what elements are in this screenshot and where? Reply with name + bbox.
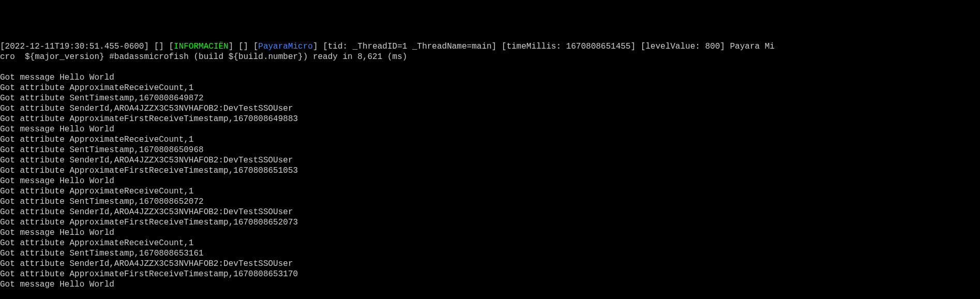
log-output-lines: Got message Hello World Got attribute Ap…: [0, 62, 980, 290]
terminal-output: [2022-12-11T19:30:51.455-0600] [] [INFOR…: [0, 41, 980, 290]
log-message-part2: cro ${major_version} #badassmicrofish (b…: [0, 52, 407, 62]
log-level: INFORMACIËN: [174, 42, 229, 51]
log-empty-bracket: []: [238, 42, 248, 51]
log-levelvalue: [levelValue: 800]: [641, 42, 725, 51]
log-timestamp: [2022-12-11T19:30:51.455-0600]: [0, 42, 149, 51]
log-header-line: [2022-12-11T19:30:51.455-0600] [] [INFOR…: [0, 42, 775, 51]
log-empty-bracket: []: [154, 42, 164, 51]
log-message-part1: Payara Mi: [730, 42, 775, 51]
log-tid: [tid: _ThreadID=1 _ThreadName=main]: [323, 42, 496, 51]
log-timemillis: [timeMillis: 1670808651455]: [502, 42, 636, 51]
log-source: PayaraMicro: [258, 42, 313, 51]
